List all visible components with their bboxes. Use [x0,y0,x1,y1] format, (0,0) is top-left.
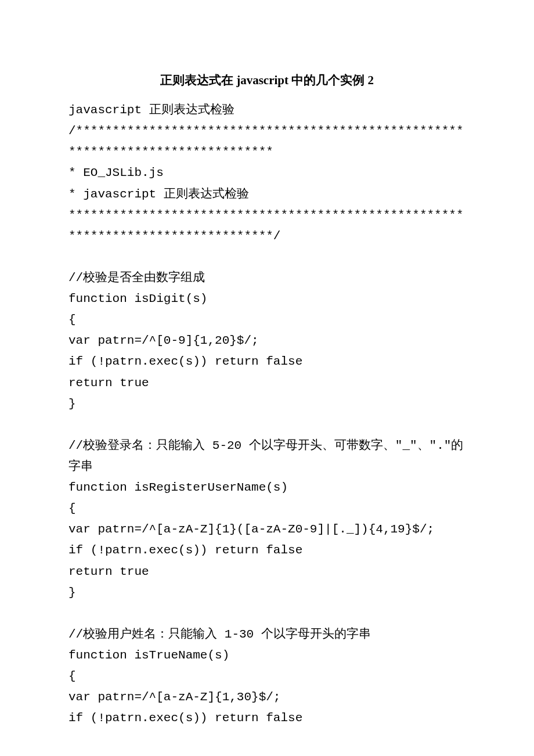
code-line: var patrn=/^[a-zA-Z]{1,30}$/; [68,687,466,708]
code-line: } [68,582,466,603]
code-line: return true [68,561,466,582]
code-line: if (!patrn.exec(s)) return false [68,540,466,561]
code-line: return true [68,373,466,394]
code-line [68,247,466,268]
code-line: ****************************************… [68,205,466,247]
document-page: 正则表达式在 javascript 中的几个实例 2 javascript 正则… [0,0,534,756]
code-line: //校验是否全由数字组成 [68,268,466,289]
code-line: } [68,394,466,415]
document-body: javascript 正则表达式检验/*********************… [68,100,466,729]
code-line: * EO_JSLib.js [68,163,466,183]
code-line: if (!patrn.exec(s)) return false [68,351,466,372]
code-line: //校验登录名：只能输入 5-20 个以字母开头、可带数字、"_"、"."的字串 [68,435,466,477]
code-line: { [68,498,466,519]
code-line [68,603,466,624]
page-title: 正则表达式在 javascript 中的几个实例 2 [68,70,466,91]
code-line: function isDigit(s) [68,289,466,309]
code-line: if (!patrn.exec(s)) return false [68,708,466,729]
code-line: { [68,309,466,330]
code-line: var patrn=/^[0-9]{1,20}$/; [68,330,466,351]
code-line: var patrn=/^[a-zA-Z]{1}([a-zA-Z0-9]|[._]… [68,519,466,540]
code-line: javascript 正则表达式检验 [68,100,466,121]
code-line: function isTrueName(s) [68,645,466,666]
code-line [68,415,466,435]
code-line: /***************************************… [68,121,466,163]
code-line: { [68,666,466,687]
code-line: * javascript 正则表达式检验 [68,184,466,205]
code-line: //校验用户姓名：只能输入 1-30 个以字母开头的字串 [68,624,466,645]
code-line: function isRegisterUserName(s) [68,477,466,498]
